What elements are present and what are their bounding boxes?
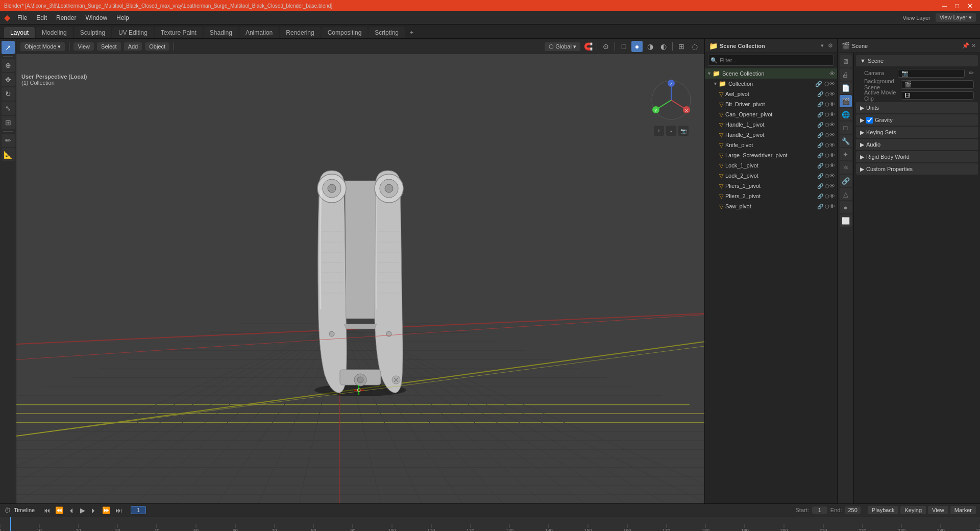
menu-help[interactable]: Help [112,13,133,22]
background-scene-value[interactable]: 🎬 [901,80,974,89]
menu-file[interactable]: File [13,13,31,22]
jump-to-end-button[interactable]: ⏭ [114,506,124,514]
camera-button[interactable]: 📷 [678,126,689,136]
restrict-viewport-icon[interactable]: ⬡ [825,142,829,148]
prop-tab-scene[interactable]: 🎬 [840,95,852,107]
transform-global-button[interactable]: ⬡ Global ▾ [545,42,580,51]
prop-tab-constraints[interactable]: 🔗 [840,175,852,187]
outliner-item-lock2-pivot[interactable]: ▽ Lock_2_pivot 🔗 ⬡ 👁 [705,171,837,181]
tab-texture-paint[interactable]: Texture Paint [155,27,203,38]
tab-rendering[interactable]: Rendering [280,27,320,38]
outliner-item-knife-pivot[interactable]: ▽ Knife_pivot 🔗 ⬡ 👁 [705,140,837,150]
outliner-item-can-opener-pivot[interactable]: ▽ Can_Opener_pivot 🔗 ⬡ 👁 [705,109,837,119]
restrict-icon-2[interactable]: ⬡ [824,81,829,87]
prop-tab-view-layer[interactable]: 📄 [840,82,852,94]
viewport-3d[interactable]: Object Mode ▾ View Select Add Object ⬡ G… [16,39,704,503]
outliner-item-lock1-pivot[interactable]: ▽ Lock_1_pivot 🔗 ⬡ 👁 [705,160,837,171]
step-forward-button[interactable]: ⏵ [89,506,99,514]
outliner-item-pliers1-pivot[interactable]: ▽ Pliers_1_pivot 🔗 ⬡ 👁 [705,181,837,191]
timeline-ruler[interactable]: 0102030405060708090100110120130140150160… [0,517,980,531]
minimize-button[interactable]: ─ [939,2,950,10]
units-section-header[interactable]: ▶ Units [856,102,978,113]
audio-section-header[interactable]: ▶ Audio [856,139,978,150]
view-layer-dropdown[interactable]: View Layer ▾ [936,13,976,22]
restrict-render-icon[interactable]: 🔗 [817,142,823,148]
prop-tab-texture[interactable]: ⬜ [840,214,852,227]
visibility-icon[interactable]: 👁 [829,193,835,199]
visibility-icon[interactable]: 👁 [829,122,835,128]
rotate-tool-button[interactable]: ↻ [2,87,15,101]
prop-tab-object-data[interactable]: △ [840,188,852,200]
restrict-render-icon[interactable]: 🔗 [817,204,823,209]
scale-tool-button[interactable]: ⤡ [2,102,15,115]
visibility-icon[interactable]: 👁 [829,132,835,138]
keying-sets-section-header[interactable]: ▶ Keying Sets [856,127,978,138]
gravity-section-header[interactable]: ▶ Gravity [856,114,978,126]
outliner-search-input[interactable] [720,57,831,63]
active-movie-clip-value[interactable]: 🎞 [901,91,974,100]
visibility-icon[interactable]: 👁 [829,173,835,179]
view-menu-button[interactable]: View [928,506,948,514]
outliner-item-large-screwdriver-pivot[interactable]: ▽ Large_Screwdriver_pivot 🔗 ⬡ 👁 [705,150,837,160]
restrict-render-icon[interactable]: 🔗 [817,153,823,158]
restrict-render-icon[interactable]: 🔗 [817,132,823,138]
viewport-add-menu[interactable]: Add [124,42,142,51]
outliner-item-awl-pivot[interactable]: ▽ Awl_pivot 🔗 ⬡ 👁 [705,89,837,99]
tab-uv-editing[interactable]: UV Editing [112,27,154,38]
tab-sculpting[interactable]: Sculpting [74,27,111,38]
visibility-icon[interactable]: 👁 [829,70,835,77]
navigation-gizmo[interactable]: Z X Y + - 📷 [648,77,694,136]
current-frame-field[interactable]: 1 [131,506,146,514]
menu-render[interactable]: Render [52,13,80,22]
add-workspace-button[interactable]: + [406,27,418,38]
outliner-item-saw-pivot[interactable]: ▽ Saw_pivot 🔗 ⬡ 👁 [705,201,837,211]
wireframe-shading-button[interactable]: □ [618,41,629,52]
select-tool-button[interactable]: ↗ [2,41,15,54]
restrict-viewport-icon[interactable]: ⬡ [825,194,829,199]
material-shading-button[interactable]: ◑ [645,41,656,52]
maximize-button[interactable]: □ [952,2,962,10]
restrict-viewport-icon[interactable]: ⬡ [825,112,829,117]
step-back-button[interactable]: ⏴ [67,506,77,514]
zoom-out-button[interactable]: - [666,126,676,136]
restrict-viewport-icon[interactable]: ⬡ [825,122,829,128]
restrict-viewport-icon[interactable]: ⬡ [825,183,829,189]
viewport-view-menu[interactable]: View [74,42,94,51]
scene-section-header[interactable]: ▼ Scene [856,55,978,66]
restrict-icon-1[interactable]: 🔗 [815,81,822,87]
menu-edit[interactable]: Edit [32,13,51,22]
prop-tab-render[interactable]: 🖥 [840,55,852,67]
prop-tab-object[interactable]: □ [840,122,852,134]
cursor-tool-button[interactable]: ⊕ [2,59,15,72]
restrict-viewport-icon[interactable]: ⬡ [825,153,829,158]
restrict-viewport-icon[interactable]: ⬡ [825,204,829,209]
restrict-viewport-icon[interactable]: ⬡ [825,163,829,168]
tab-compositing[interactable]: Compositing [322,27,368,38]
outliner-item-collection[interactable]: ▼ 📁 Collection 🔗 ⬡ 👁 [705,79,837,89]
measure-tool-button[interactable]: 📐 [2,148,15,161]
outliner-filter-button[interactable]: ▾ [821,42,824,49]
play-button[interactable]: ▶ [79,506,87,514]
object-mode-button[interactable]: Object Mode ▾ [20,42,65,51]
transform-tool-button[interactable]: ⊞ [2,116,15,129]
outliner-item-handle1-pivot[interactable]: ▽ Handle_1_pivot 🔗 ⬡ 👁 [705,119,837,130]
playback-menu-button[interactable]: Playback [868,506,899,514]
visibility-icon[interactable]: 👁 [829,101,835,107]
menu-window[interactable]: Window [81,13,111,22]
outliner-search-container[interactable]: 🔍 [708,55,834,66]
viewport-object-menu[interactable]: Object [145,42,169,51]
tab-animation[interactable]: Animation [239,27,279,38]
marker-menu-button[interactable]: Marker [950,506,976,514]
end-frame-field[interactable]: 250 [845,506,860,514]
restrict-render-icon[interactable]: 🔗 [817,91,823,97]
blender-icon[interactable]: ◆ [4,13,10,22]
outliner-item-bit-driver-pivot[interactable]: ▽ Bit_Driver_pivot 🔗 ⬡ 👁 [705,99,837,109]
close-button[interactable]: ✕ [964,2,976,10]
restrict-viewport-icon[interactable]: ⬡ [825,132,829,138]
visibility-icon[interactable]: 👁 [829,142,835,148]
restrict-viewport-icon[interactable]: ⬡ [825,102,829,107]
gravity-checkbox[interactable] [866,117,873,124]
move-tool-button[interactable]: ✥ [2,73,15,86]
outliner-item-handle2-pivot[interactable]: ▽ Handle_2_pivot 🔗 ⬡ 👁 [705,130,837,140]
properties-pin-button[interactable]: 📌 [962,42,969,49]
